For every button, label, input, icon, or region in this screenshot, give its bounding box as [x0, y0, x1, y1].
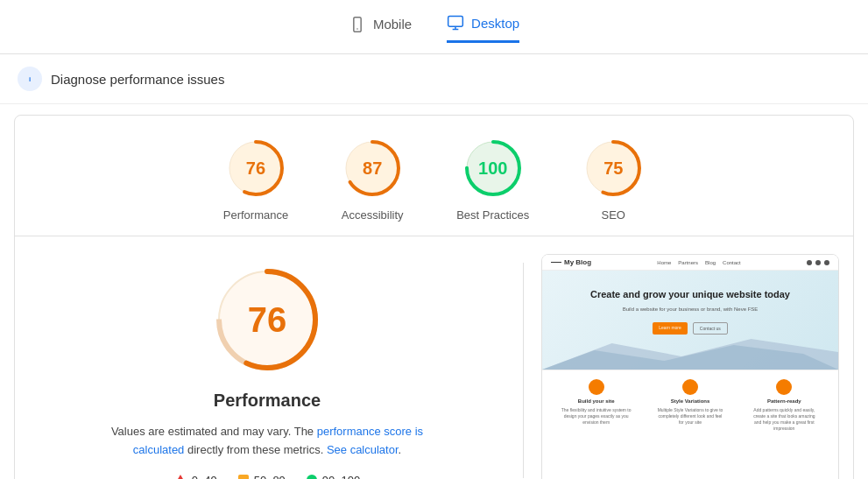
mini-hero-btns: Learn more Contact us	[556, 322, 824, 335]
legend-low-range: 0–49	[192, 474, 217, 479]
diagnose-icon: i	[18, 67, 42, 91]
scores-row: 76 Performance 87 Accessibility	[15, 116, 853, 236]
desc-after: .	[399, 443, 402, 456]
nav-link-home: Home	[657, 260, 671, 265]
mini-hero-sub: Build a website for your business or bra…	[556, 306, 824, 313]
diagnose-title: Diagnose performance issues	[51, 72, 224, 87]
score-value-accessibility: 87	[363, 158, 382, 179]
calculator-link[interactable]: See calculator	[327, 443, 399, 456]
vertical-divider	[523, 263, 524, 478]
mini-nav-icon-2	[815, 260, 821, 265]
left-panel: 76 Performance Values are estimated and …	[29, 254, 505, 479]
mini-feature-2: Style Variations Multiple Style Variatio…	[655, 379, 725, 432]
score-circle-performance: 76	[224, 137, 287, 200]
mini-feature-desc-2: Multiple Style Variations to give to com…	[655, 407, 725, 426]
diagnose-bar: i Diagnose performance issues	[0, 54, 868, 104]
svg-text:i: i	[29, 75, 31, 83]
nav-link-contact: Contact	[723, 260, 741, 265]
description-text: Values are estimated and may vary. The p…	[92, 423, 442, 460]
mini-feature-icon-1	[589, 379, 604, 395]
mini-feature-title-2: Style Variations	[671, 398, 710, 404]
mini-feature-1: Build your site The flexibility and intu…	[561, 379, 632, 432]
tab-desktop-label: Desktop	[471, 16, 519, 31]
performance-title: Performance	[214, 391, 321, 411]
mobile-icon	[349, 16, 366, 33]
mini-nav-icons	[807, 260, 829, 265]
score-value-performance: 76	[246, 158, 265, 179]
legend-high: 90–100	[307, 474, 360, 479]
mini-feature-3: Pattern-ready Add patterns quickly and e…	[749, 379, 819, 432]
legend-mid-range: 50–89	[254, 474, 286, 479]
score-label-performance: Performance	[223, 208, 288, 222]
mini-nav-links: Home Partners Blog Contact	[657, 260, 740, 265]
score-seo[interactable]: 75 SEO	[582, 137, 645, 222]
scores-container: 76 Performance 87 Accessibility	[14, 115, 854, 479]
legend-green-circle	[307, 475, 317, 479]
main-content: 76 Performance Values are estimated and …	[15, 236, 853, 479]
header-tabs: Mobile Desktop	[0, 0, 868, 54]
mini-feature-title-1: Build your site	[578, 398, 615, 404]
website-preview-panel: My Blog Home Partners Blog Contact	[541, 254, 839, 479]
mini-btn-learn: Learn more	[653, 322, 688, 335]
mini-hero: Create and grow your unique website toda…	[542, 271, 838, 370]
mini-feature-icon-3	[776, 379, 792, 395]
score-circle-best-practices: 100	[462, 137, 525, 200]
desc-before: Values are estimated and may vary. The	[111, 425, 317, 438]
score-label-accessibility: Accessibility	[342, 208, 404, 222]
desc-middle: directly from these metrics.	[184, 443, 327, 456]
score-performance[interactable]: 76 Performance	[223, 137, 288, 222]
mini-btn-contact: Contact us	[693, 322, 728, 335]
score-value-best-practices: 100	[478, 158, 507, 179]
nav-link-blog: Blog	[705, 260, 716, 265]
score-circle-seo: 75	[582, 137, 645, 200]
legend-orange-square	[238, 475, 249, 479]
desktop-icon	[447, 14, 464, 32]
website-preview: My Blog Home Partners Blog Contact	[542, 255, 838, 479]
mini-hero-title: Create and grow your unique website toda…	[556, 288, 824, 301]
tab-desktop[interactable]: Desktop	[447, 14, 519, 43]
nav-link-partners: Partners	[678, 260, 698, 265]
mini-feature-desc-1: The flexibility and intuitive system to …	[561, 407, 632, 426]
large-score-value: 76	[248, 300, 287, 340]
mini-site-name: My Blog	[564, 258, 591, 266]
legend-red-triangle	[174, 475, 187, 479]
tab-mobile[interactable]: Mobile	[349, 16, 412, 42]
mini-nav: My Blog Home Partners Blog Contact	[542, 255, 838, 271]
legend: 0–49 50–89 90–100	[174, 474, 360, 479]
mini-feature-title-3: Pattern-ready	[767, 398, 801, 404]
large-score-circle: 76	[210, 263, 324, 377]
mini-feature-desc-3: Add patterns quickly and easily, create …	[749, 407, 819, 432]
score-label-seo: SEO	[602, 208, 625, 222]
score-accessibility[interactable]: 87 Accessibility	[341, 137, 404, 222]
legend-mid: 50–89	[238, 474, 286, 479]
score-best-practices[interactable]: 100 Best Practices	[456, 137, 529, 222]
score-value-seo: 75	[603, 158, 623, 179]
tab-mobile-label: Mobile	[373, 17, 412, 32]
mini-features: Build your site The flexibility and intu…	[542, 370, 838, 440]
mini-nav-icon-1	[807, 260, 812, 265]
svg-rect-0	[354, 17, 361, 32]
mini-logo: My Blog	[551, 258, 591, 266]
mini-mountains	[542, 335, 838, 370]
score-circle-accessibility: 87	[341, 137, 404, 200]
legend-high-range: 90–100	[322, 474, 360, 479]
mini-feature-icon-2	[682, 379, 698, 395]
score-label-best-practices: Best Practices	[456, 208, 529, 222]
svg-rect-2	[448, 17, 463, 27]
mini-nav-icon-3	[824, 260, 829, 265]
legend-low: 0–49	[174, 474, 217, 479]
